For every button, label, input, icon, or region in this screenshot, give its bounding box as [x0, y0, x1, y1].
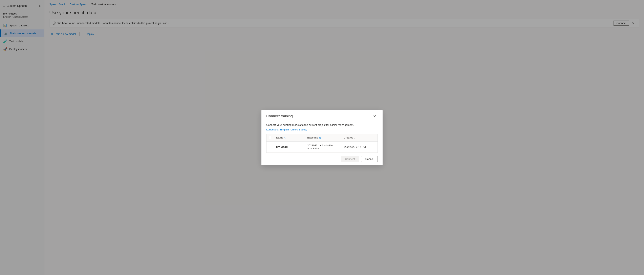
table-cell-baseline: 20210831 + Audio file adaptation — [305, 142, 341, 152]
table-cell-name: My Model — [274, 143, 305, 151]
modal-body: Connect your existing models to the curr… — [262, 121, 382, 153]
modal-cancel-button[interactable]: Cancel — [361, 156, 378, 162]
table-row: My Model 20210831 + Audio file adaptatio… — [266, 142, 378, 153]
modal-title: Connect training — [266, 114, 293, 118]
modal-description-text: Connect your existing models to the curr… — [266, 123, 354, 126]
table-cell-checkbox[interactable] — [266, 143, 274, 151]
modal-description: Connect your existing models to the curr… — [266, 123, 378, 126]
modal-footer: Connect Cancel — [262, 153, 382, 165]
column-baseline-label: Baseline — [307, 136, 318, 139]
modal-overlay: Connect training ✕ Connect your existing… — [0, 0, 644, 275]
column-created-label: Created — [344, 136, 353, 139]
modal-connect-button[interactable]: Connect — [341, 156, 359, 162]
baseline-sort-icon[interactable]: ↑↓ — [319, 136, 321, 139]
table-header-checkbox-input[interactable] — [269, 136, 271, 139]
table-header-created: Created ↓ — [341, 134, 378, 141]
modal-table-container: Name ↑↓ Baseline ↑↓ Created ↓ — [266, 134, 378, 153]
table-cell-created: 5/22/2022 2:47 PM — [341, 143, 378, 151]
created-sort-icon[interactable]: ↓ — [354, 136, 355, 139]
table-header-checkbox — [266, 134, 274, 141]
modal-table-header: Name ↑↓ Baseline ↑↓ Created ↓ — [266, 134, 378, 142]
modal-header: Connect training ✕ — [262, 110, 382, 121]
table-header-baseline: Baseline ↑↓ — [305, 134, 341, 141]
modal-language: Language: English (United States) — [266, 128, 378, 131]
modal-language-label: Language: — [266, 128, 278, 131]
name-sort-icon[interactable]: ↑↓ — [284, 136, 286, 139]
table-header-name: Name ↑↓ — [274, 134, 305, 141]
row-checkbox-input[interactable] — [269, 145, 272, 148]
app-container: ☰ Custom Speech « My Project English (Un… — [0, 0, 644, 275]
modal-dialog: Connect training ✕ Connect your existing… — [262, 110, 382, 165]
modal-language-value: English (United States) — [280, 128, 307, 131]
modal-table-body: My Model 20210831 + Audio file adaptatio… — [266, 142, 378, 153]
column-name-label: Name — [276, 136, 283, 139]
modal-close-button[interactable]: ✕ — [372, 114, 378, 119]
